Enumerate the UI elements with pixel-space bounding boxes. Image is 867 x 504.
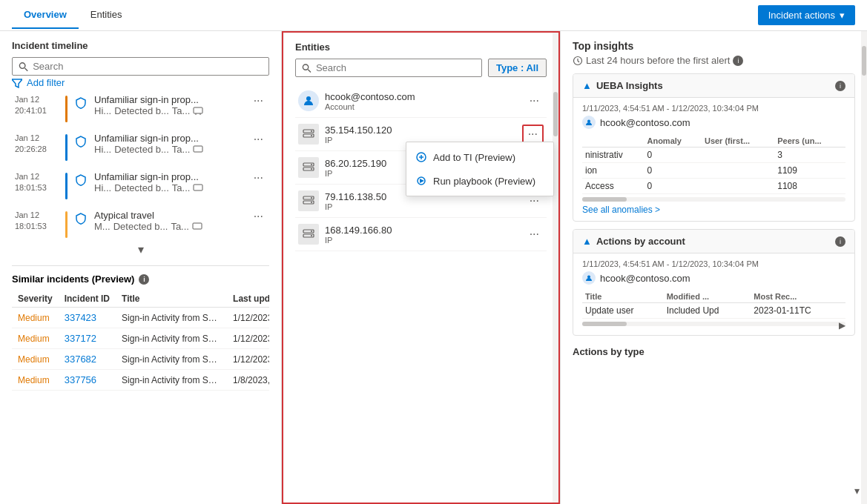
similar-incidents-section: Similar incidents (Preview) i Severity I… (12, 265, 269, 391)
ti-icon (415, 151, 427, 163)
severity-indicator (65, 173, 67, 199)
info-icon[interactable]: i (835, 236, 845, 247)
actions-card-header[interactable]: ▲ Actions by account i (573, 230, 854, 253)
entity-name: 35.154.150.120 (325, 125, 516, 136)
svg-point-34 (587, 120, 590, 123)
entities-search-box[interactable] (295, 59, 482, 77)
clock-icon (573, 56, 583, 66)
svg-point-35 (587, 276, 590, 279)
table-row: ion 0 1109 (582, 163, 845, 179)
svg-point-28 (311, 202, 312, 203)
tab-entities[interactable]: Entities (79, 1, 134, 29)
shield-icon (75, 97, 87, 109)
user-avatar (582, 116, 596, 129)
more-options-button[interactable]: ··· (251, 94, 266, 107)
table-row[interactable]: Medium 337756 Sign-in Activity from Susp… (12, 370, 269, 391)
svg-point-11 (306, 96, 311, 101)
col-title: Title (582, 291, 664, 303)
device-icon (192, 221, 202, 231)
user-icon-container (298, 90, 319, 111)
entity-item[interactable]: 35.154.150.120 IP ··· Add to TI (Preview… (295, 118, 547, 151)
add-to-ti-menu-item[interactable]: Add to TI (Preview) (406, 145, 553, 169)
table-row[interactable]: Medium 337682 Sign-in Activity from Susp… (12, 349, 269, 370)
type-filter-badge[interactable]: Type : All (488, 59, 547, 77)
add-filter-button[interactable]: Add filter (12, 76, 65, 90)
entity-more-button[interactable]: ··· (525, 93, 544, 109)
run-playbook-menu-item[interactable]: Run playbook (Preview) (406, 169, 553, 193)
table-row[interactable]: Medium 337172 Sign-in Activity from Susp… (12, 328, 269, 349)
svg-point-0 (19, 62, 25, 68)
shield-icon (75, 174, 87, 186)
info-icon[interactable]: i (835, 81, 845, 91)
entity-name: 168.149.166.80 (325, 225, 519, 236)
right-scrollbar-thumb[interactable] (862, 46, 866, 76)
incident-id-link[interactable]: 337423 (65, 312, 96, 323)
server-icon-container (298, 157, 319, 178)
entities-search-input[interactable] (316, 62, 475, 73)
entities-search-row: Type : All (295, 59, 547, 77)
info-icon[interactable]: i (733, 56, 743, 66)
svg-point-15 (311, 135, 312, 136)
entity-type: IP (325, 202, 519, 211)
col-time: Last update time (227, 291, 269, 308)
info-icon[interactable]: i (139, 274, 149, 285)
timeline-search-box[interactable] (12, 57, 269, 76)
timeline-search-input[interactable] (33, 61, 263, 72)
table-row[interactable]: Medium 337423 Sign-in Activity from Susp… (12, 308, 269, 328)
horizontal-scrollbar[interactable] (582, 197, 845, 202)
incident-id-link[interactable]: 337682 (65, 354, 96, 365)
similar-incidents-title: Similar incidents (Preview) (12, 273, 134, 285)
more-options-button[interactable]: ··· (251, 133, 266, 146)
top-tabs: Overview Entities (12, 1, 133, 29)
server-icon (303, 228, 314, 240)
more-options-button[interactable]: ··· (251, 210, 266, 223)
scrollbar-track[interactable] (553, 33, 558, 503)
top-bar: Overview Entities Incident actions (0, 0, 867, 31)
table-row: Access 0 1108 (582, 179, 845, 194)
shield-icon (75, 213, 87, 225)
scroll-down-right-arrow[interactable]: ▾ (854, 485, 860, 497)
incident-id-link[interactable]: 337172 (65, 333, 96, 344)
more-options-button[interactable]: ··· (251, 171, 266, 185)
table-row: ninistrativ 0 3 (582, 147, 845, 163)
playbook-icon (415, 175, 427, 187)
timeline-item-title: Atypical travel (94, 210, 243, 221)
svg-marker-2 (12, 79, 22, 87)
severity-indicator (65, 134, 67, 161)
search-icon (302, 63, 311, 73)
col-modified: Modified ... (664, 291, 751, 303)
see-all-anomalies-link[interactable]: See all anomalies > (582, 205, 845, 215)
server-icon (303, 128, 314, 140)
incident-actions-button[interactable]: Incident actions (758, 5, 855, 25)
col-user-first: User (first... (702, 135, 774, 147)
timeline-item[interactable]: Jan 1218:01:53 Atypical travel M... Dete… (12, 205, 269, 242)
actions-by-type-label: Actions by type (573, 343, 855, 360)
horizontal-scrollbar-thumb[interactable] (582, 197, 627, 202)
device-icon (193, 105, 203, 116)
svg-point-24 (311, 168, 312, 170)
timeline-item[interactable]: Jan 1218:01:53 Unfamiliar sign-in prop..… (12, 167, 269, 204)
right-scrollbar-track[interactable] (861, 31, 867, 504)
context-menu: Add to TI (Preview) Run playbook (Previe… (406, 142, 554, 196)
incident-id-link[interactable]: 337756 (65, 374, 96, 385)
timeline-item[interactable]: Jan 1220:26:28 Unfamiliar sign-in prop..… (12, 128, 269, 165)
horizontal-scrollbar-thumb[interactable] (582, 322, 627, 326)
entity-item[interactable]: 168.149.166.80 IP ··· (295, 218, 547, 251)
ueba-card-body: 1/11/2023, 4:54:51 AM - 1/12/2023, 10:34… (573, 98, 854, 221)
entity-item[interactable]: hcook@contoso.com Account ··· (295, 84, 547, 118)
horizontal-scrollbar[interactable]: ▶ (582, 322, 845, 326)
timeline-list: Jan 1220:41:01 Unfamiliar sign-in prop..… (12, 90, 269, 242)
ueba-card-header[interactable]: ▲ UEBA Insights i (573, 74, 854, 98)
scroll-right-arrow[interactable]: ▶ (839, 320, 845, 331)
similar-incidents-table-container: Severity Incident ID Title Last update t… (12, 291, 269, 391)
tab-overview[interactable]: Overview (12, 1, 79, 29)
svg-line-1 (24, 67, 27, 70)
col-title: Title (116, 291, 227, 308)
svg-rect-8 (193, 223, 202, 229)
scroll-down-arrow[interactable]: ▾ (12, 242, 269, 256)
entity-more-button[interactable]: ··· (525, 226, 544, 242)
server-icon-container (298, 190, 319, 211)
timeline-item[interactable]: Jan 1220:41:01 Unfamiliar sign-in prop..… (12, 90, 269, 127)
scrollbar-thumb[interactable] (553, 92, 558, 136)
svg-point-23 (311, 164, 312, 165)
